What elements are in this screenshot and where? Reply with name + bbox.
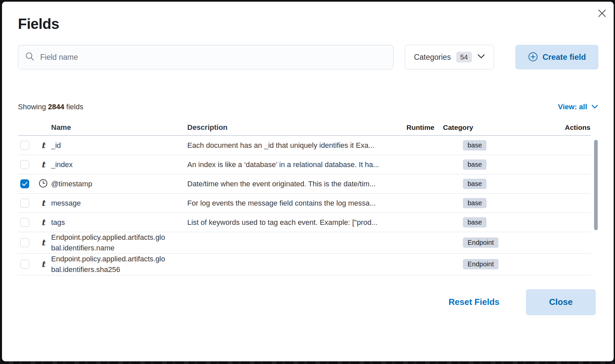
- clock-icon: [39, 179, 48, 189]
- table-row: @timestamp Date/time when the event orig…: [18, 174, 590, 194]
- table-row: t Endpoint.policy.applied.artifacts.glob…: [18, 232, 590, 254]
- table-row: t message For log events the message fie…: [18, 194, 590, 213]
- header-category: Category: [434, 124, 514, 132]
- table-row: t tags List of keywords used to tag each…: [18, 213, 590, 232]
- table-row: t Endpoint.policy.applied.artifacts.glob…: [18, 254, 590, 275]
- string-field-icon: t: [41, 199, 45, 207]
- chevron-down-icon: [591, 103, 598, 111]
- search-input[interactable]: [40, 53, 387, 62]
- search-icon: [25, 51, 35, 63]
- string-field-icon: t: [41, 238, 45, 247]
- row-checkbox[interactable]: [20, 199, 29, 208]
- fields-table: Name Description Runtime Category Action…: [18, 120, 598, 275]
- category-badge: Endpoint: [463, 259, 498, 269]
- string-field-icon: t: [41, 260, 45, 268]
- row-checkbox[interactable]: [20, 179, 29, 188]
- toolbar: Categories 54 Create field: [18, 45, 598, 69]
- categories-label: Categories: [414, 53, 451, 62]
- reset-fields-button[interactable]: Reset Fields: [449, 297, 499, 307]
- category-badge: base: [463, 159, 486, 170]
- chevron-down-icon: [477, 54, 485, 60]
- categories-count-badge: 54: [456, 52, 472, 62]
- header-actions: Actions: [514, 124, 590, 132]
- fields-count: 2844: [48, 103, 64, 111]
- row-checkbox[interactable]: [20, 160, 29, 169]
- category-badge: base: [463, 179, 486, 189]
- field-name: message: [51, 198, 187, 209]
- string-field-icon: t: [41, 141, 45, 149]
- close-icon[interactable]: [596, 8, 608, 19]
- close-button[interactable]: Close: [526, 289, 596, 315]
- row-checkbox[interactable]: [20, 260, 29, 269]
- view-all-dropdown[interactable]: View: all: [558, 103, 598, 111]
- view-all-label: View: all: [558, 103, 587, 111]
- header-runtime: Runtime: [391, 124, 434, 132]
- page-title: Fields: [18, 16, 614, 32]
- field-description: Date/time when the event originated. Thi…: [187, 180, 391, 188]
- category-badge: Endpoint: [463, 237, 498, 248]
- header-name: Name: [51, 122, 187, 133]
- table-header-row: Name Description Runtime Category Action…: [18, 120, 590, 136]
- fields-modal: Fields Categories 54 Create field Showin…: [2, 2, 614, 361]
- search-box[interactable]: [18, 45, 394, 69]
- vertical-scrollbar[interactable]: [594, 140, 598, 230]
- table-row: t _id Each document has an _id that uniq…: [18, 136, 590, 155]
- field-name: _index: [51, 159, 187, 170]
- summary-row: Showing 2844 fields View: all: [18, 103, 598, 111]
- category-badge: base: [463, 217, 486, 228]
- categories-dropdown[interactable]: Categories 54: [405, 45, 494, 69]
- category-badge: base: [463, 198, 486, 208]
- category-badge: base: [463, 140, 486, 150]
- field-name: Endpoint.policy.applied.artifacts.global…: [51, 232, 187, 253]
- row-checkbox[interactable]: [20, 141, 29, 150]
- showing-fields-count: Showing 2844 fields: [18, 103, 83, 111]
- create-field-button[interactable]: Create field: [515, 45, 598, 69]
- field-description: Each document has an _id that uniquely i…: [187, 141, 391, 150]
- field-name: _id: [51, 140, 187, 151]
- string-field-icon: t: [41, 160, 45, 169]
- field-description: An index is like a ‘database’ in a relat…: [187, 160, 391, 169]
- string-field-icon: t: [41, 218, 45, 227]
- field-description: List of keywords used to tag each event.…: [187, 218, 391, 227]
- table-row: t _index An index is like a ‘database’ i…: [18, 155, 590, 174]
- plus-circle-icon: [528, 52, 538, 63]
- row-checkbox[interactable]: [20, 238, 29, 247]
- modal-footer: Reset Fields Close: [2, 289, 596, 315]
- header-description: Description: [187, 123, 391, 132]
- field-name: @timestamp: [51, 179, 187, 189]
- field-name: tags: [51, 217, 187, 228]
- field-description: For log events the message field contain…: [187, 199, 391, 208]
- create-field-label: Create field: [543, 52, 586, 62]
- field-name: Endpoint.policy.applied.artifacts.global…: [51, 254, 187, 275]
- row-checkbox[interactable]: [20, 218, 29, 227]
